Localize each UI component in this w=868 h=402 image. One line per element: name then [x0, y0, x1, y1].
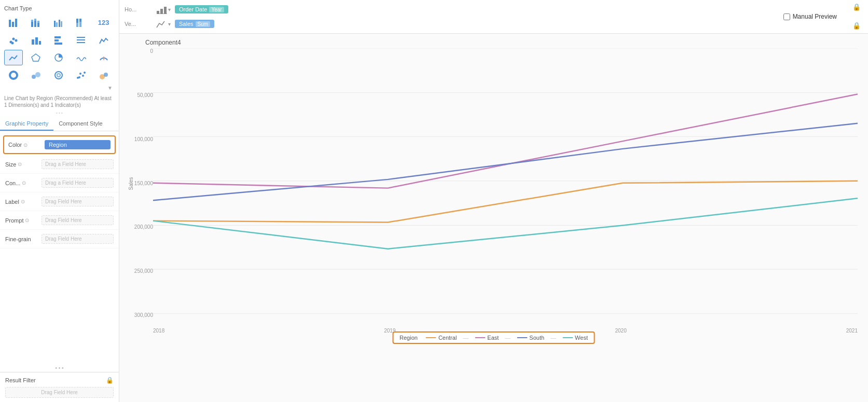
x-axis-2018: 2018: [153, 328, 164, 334]
svg-point-40: [79, 73, 81, 75]
chart-title: Component4: [125, 39, 863, 46]
x-axis-2020: 2020: [615, 328, 627, 334]
chart-icon-bar[interactable]: [4, 15, 23, 30]
svg-rect-47: [160, 9, 163, 14]
chart-type-title: Chart Type: [4, 5, 115, 11]
chart-icon-column[interactable]: [26, 32, 45, 48]
con-value[interactable]: Drag a Field Here: [42, 178, 114, 188]
svg-rect-1: [12, 22, 14, 27]
con-property-row: Con... ⊙ Drag a Field Here: [0, 174, 119, 192]
chart-icon-gauge[interactable]: [94, 50, 113, 65]
finegrain-property-row: Fine-grain Drag Field Here: [0, 230, 119, 248]
horizontal-tag-suffix: Year: [209, 7, 224, 12]
svg-marker-30: [32, 54, 40, 61]
size-value[interactable]: Drag a Field Here: [42, 159, 114, 169]
label-value[interactable]: Drag Field Here: [42, 197, 114, 206]
svg-rect-16: [79, 22, 81, 27]
chart-icon-line[interactable]: [4, 50, 23, 65]
color-value[interactable]: Region: [45, 140, 111, 149]
chart-icon-area[interactable]: [94, 32, 113, 48]
svg-point-20: [11, 42, 14, 45]
legend-central: Central: [426, 335, 457, 341]
scrollbar-dots: • • •: [0, 364, 119, 372]
y-axis-value-100k: 100,000: [130, 136, 153, 142]
shelf-area: Ho... ▾ Order Date Year 🔒 Ve... ▾ Sales: [119, 0, 868, 34]
svg-rect-25: [54, 39, 59, 41]
horizontal-shelf-tag[interactable]: Order Date Year: [175, 5, 228, 13]
chart-description: Line Chart by Region (Recommended) At le…: [0, 93, 119, 110]
result-filter-lock-icon[interactable]: 🔒: [106, 377, 114, 384]
manual-preview-checkbox[interactable]: [783, 13, 790, 20]
svg-rect-48: [164, 7, 167, 14]
svg-rect-7: [37, 23, 39, 27]
chart-icon-scatter2[interactable]: [72, 67, 90, 83]
chart-icon-number[interactable]: 123: [94, 15, 113, 30]
legend-region-label: Region: [399, 335, 418, 341]
chart-icon-list[interactable]: [72, 32, 90, 48]
vertical-shelf-icon: [156, 19, 167, 29]
chart-icon-radar[interactable]: [26, 50, 45, 65]
label-info-icon[interactable]: ⊙: [21, 199, 25, 204]
central-line: [153, 181, 858, 223]
prompt-value[interactable]: Drag Field Here: [42, 215, 114, 225]
y-axis-value-50k: 50,000: [130, 92, 153, 98]
expand-icon[interactable]: ▼: [107, 85, 113, 91]
svg-rect-6: [34, 19, 36, 21]
chart-icon-100pct[interactable]: [72, 15, 90, 30]
chart-icon-stacked-bar[interactable]: [26, 15, 45, 30]
vertical-shelf-tag[interactable]: Sales Sum: [175, 20, 214, 28]
size-info-icon[interactable]: ⊙: [18, 161, 22, 167]
horizontal-shelf-row: Ho... ▾ Order Date Year 🔒: [125, 3, 863, 16]
vertical-lock-icon[interactable]: 🔒: [852, 22, 861, 30]
tab-component-style[interactable]: Component Style: [53, 117, 107, 131]
svg-point-41: [82, 75, 84, 77]
finegrain-value[interactable]: Drag Field Here: [42, 234, 114, 244]
svg-rect-5: [34, 21, 36, 27]
legend-area: Region Central — East —: [392, 331, 595, 344]
tab-graphic-property[interactable]: Graphic Property: [0, 117, 53, 131]
color-info-icon[interactable]: ⊙: [23, 142, 27, 148]
chart-icon-bubble[interactable]: [26, 67, 45, 83]
y-axis-label: Sales: [128, 177, 134, 190]
app-container: Chart Type 123: [0, 0, 868, 402]
con-info-icon[interactable]: ⊙: [22, 180, 26, 186]
left-panel: Chart Type 123: [0, 0, 119, 402]
result-filter-drop-zone[interactable]: Drag Field Here: [5, 387, 114, 398]
svg-point-34: [12, 74, 15, 77]
svg-point-18: [12, 38, 15, 40]
prompt-label: Prompt ⊙: [5, 217, 42, 224]
chart-icons-grid: 123: [4, 15, 115, 83]
horizontal-lock-icon[interactable]: 🔒: [852, 3, 861, 11]
chart-icon-bubble2[interactable]: [94, 67, 113, 83]
svg-rect-3: [31, 22, 33, 27]
svg-rect-21: [32, 39, 34, 45]
east-line: [153, 94, 858, 188]
chart-icon-horizontal-bar[interactable]: [49, 32, 68, 48]
svg-point-45: [104, 73, 108, 77]
chart-icon-pie[interactable]: [49, 50, 68, 65]
y-axis-value-300k: 300,000: [130, 312, 153, 318]
legend-east: East: [475, 335, 499, 341]
chart-icon-ring[interactable]: [49, 67, 68, 83]
svg-rect-12: [61, 21, 62, 27]
svg-point-35: [32, 75, 36, 79]
svg-point-19: [15, 39, 18, 42]
svg-point-36: [35, 72, 40, 77]
legend-south-label: South: [529, 335, 544, 341]
y-axis-value-250k: 250,000: [130, 268, 153, 274]
prompt-info-icon[interactable]: ⊙: [25, 217, 29, 223]
size-property-row: Size ⊙ Drag a Field Here: [0, 155, 119, 174]
vertical-shelf-row: Ve... ▾ Sales Sum 🔒: [125, 18, 863, 30]
chart-icon-donut[interactable]: [4, 67, 23, 83]
right-panel: Ho... ▾ Order Date Year 🔒 Ve... ▾ Sales: [119, 0, 868, 402]
chart-icon-scatter[interactable]: [4, 32, 23, 48]
chart-icon-wave[interactable]: [72, 50, 90, 65]
label-property-row: Label ⊙ Drag Field Here: [0, 192, 119, 211]
vertical-dropdown-icon[interactable]: ▾: [168, 21, 171, 27]
label-label: Label ⊙: [5, 199, 42, 205]
horizontal-dropdown-icon[interactable]: ▾: [168, 7, 171, 12]
legend-central-label: Central: [438, 335, 457, 341]
svg-rect-0: [9, 20, 11, 27]
x-axis-2021: 2021: [846, 328, 858, 334]
chart-icon-grouped-bar[interactable]: [49, 15, 68, 30]
